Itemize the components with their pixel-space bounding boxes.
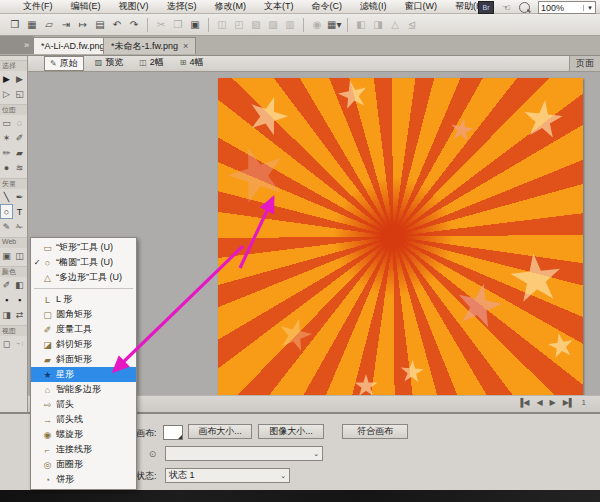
- next-frame-button[interactable]: ▶: [550, 398, 556, 407]
- image-size-button[interactable]: 图像大小...: [258, 424, 324, 439]
- menu-item[interactable]: 文本(T): [255, 0, 303, 13]
- menu-item-doughnut[interactable]: ◎ 面圈形: [31, 457, 136, 472]
- paste-icon[interactable]: ▣: [188, 19, 202, 30]
- zoom-level-select[interactable]: 100% ▼: [538, 1, 596, 14]
- group-icon[interactable]: ◫: [215, 19, 229, 30]
- menu-item-pie[interactable]: ◔ 饼形: [31, 472, 136, 487]
- view-mode-button[interactable]: ▨ 预览: [90, 56, 129, 69]
- crop-tool[interactable]: ◱: [13, 86, 26, 101]
- lasso-tool[interactable]: ◌: [13, 115, 26, 130]
- zoom-magnifier-icon[interactable]: [519, 2, 530, 13]
- menu-item-arrow[interactable]: ⇨ 箭头: [31, 397, 136, 412]
- skew-icon[interactable]: ⊴: [405, 19, 419, 30]
- first-frame-button[interactable]: ▐◀: [518, 398, 530, 407]
- pointer-tool[interactable]: ▶: [0, 71, 13, 86]
- cut-icon[interactable]: ✂: [154, 19, 168, 30]
- menu-item-ellipse-tool[interactable]: ✓ ○ “椭圆”工具 (U): [31, 255, 136, 270]
- open-folder-icon[interactable]: ▱: [42, 19, 56, 30]
- ellipse-tool[interactable]: ○: [0, 204, 13, 219]
- menu-item-star[interactable]: ★ 星形: [31, 367, 136, 382]
- canvas-size-button[interactable]: 画布大小...: [188, 424, 252, 439]
- menu-item[interactable]: 编辑(E): [62, 0, 110, 13]
- scale-icon[interactable]: △: [388, 19, 402, 30]
- export-defaults-select[interactable]: ⌄: [165, 446, 323, 461]
- tab-overflow-chevron[interactable]: »: [0, 36, 33, 54]
- toolbox-section-位图[interactable]: 位图: [0, 104, 27, 115]
- copy-icon[interactable]: ❐: [171, 19, 185, 30]
- menu-item-measure-tool[interactable]: ✐ 度量工具: [31, 322, 136, 337]
- hand-tool[interactable]: ☜: [13, 336, 26, 351]
- menu-item[interactable]: 窗口(W): [396, 0, 447, 13]
- eraser-tool[interactable]: ▰: [13, 145, 26, 160]
- magic-wand-tool[interactable]: ✶: [0, 130, 13, 145]
- arrange-icon[interactable]: ▥: [283, 19, 297, 30]
- line-tool[interactable]: ╲: [0, 189, 13, 204]
- menu-item-l-shape[interactable]: L L 形: [31, 292, 136, 307]
- blur-tool[interactable]: ●: [0, 160, 13, 175]
- redo-icon[interactable]: ↷: [127, 19, 141, 30]
- toolbox-section-选择[interactable]: 选择: [0, 60, 27, 71]
- toolbox-section-颜色[interactable]: 颜色: [0, 266, 27, 277]
- trace-icon[interactable]: ◉: [310, 19, 324, 30]
- menu-item[interactable]: 命令(C): [303, 0, 352, 13]
- pages-panel-tab[interactable]: 页面: [569, 55, 600, 71]
- canvas-document[interactable]: [218, 78, 583, 395]
- export-preview-icon[interactable]: ▦▾: [327, 19, 341, 30]
- fill-color-well[interactable]: ▪: [13, 292, 26, 307]
- send-back-icon[interactable]: ▨: [266, 19, 280, 30]
- eyedropper-tool[interactable]: ✐: [0, 277, 13, 292]
- view-mode-button[interactable]: ⊞ 4幅: [175, 56, 209, 69]
- knife-tool[interactable]: ✁: [13, 219, 26, 234]
- undo-icon[interactable]: ↶: [110, 19, 124, 30]
- import-icon[interactable]: ⇥: [59, 19, 73, 30]
- text-tool[interactable]: T: [13, 204, 26, 219]
- menu-item[interactable]: 视图(V): [110, 0, 158, 13]
- bridge-icon[interactable]: Br: [478, 1, 494, 14]
- bring-front-icon[interactable]: ▧: [249, 19, 263, 30]
- freeform-tool[interactable]: ✎: [0, 219, 13, 234]
- select-behind-tool[interactable]: ▶: [13, 71, 26, 86]
- menu-item-polygon-tool[interactable]: △ “多边形”工具 (U): [31, 270, 136, 285]
- brush-tool[interactable]: ✐: [13, 130, 26, 145]
- align-left-icon[interactable]: ◧: [354, 19, 368, 30]
- toolbox-section-视图[interactable]: 视图: [0, 325, 27, 336]
- menu-item-spiral[interactable]: ◉ 螺旋形: [31, 427, 136, 442]
- document-tab[interactable]: *未命名-1.fw.png ×: [103, 37, 196, 54]
- hand-icon[interactable]: ☜: [502, 2, 511, 13]
- pencil-tool[interactable]: ✏: [0, 145, 13, 160]
- rubber-stamp-tool[interactable]: ≋: [13, 160, 26, 175]
- menu-item-smart-polygon[interactable]: ⌂ 智能多边形: [31, 382, 136, 397]
- menu-item[interactable]: 文件(F): [14, 0, 62, 13]
- menu-item-connector-line[interactable]: ⌐ 连接线形: [31, 442, 136, 457]
- view-mode-button[interactable]: ◫ 2幅: [134, 56, 169, 69]
- toolbox-section-矢量[interactable]: 矢量: [0, 178, 27, 189]
- save-icon[interactable]: ▦: [25, 19, 39, 30]
- screen-mode-button[interactable]: ◻: [0, 336, 13, 351]
- menu-item-rounded-rectangle[interactable]: ▢ 圆角矩形: [31, 307, 136, 322]
- close-icon[interactable]: ×: [183, 41, 188, 51]
- state-select[interactable]: 状态 1 ⌄: [165, 468, 290, 483]
- canvas-color-swatch[interactable]: [163, 425, 183, 440]
- fit-canvas-button[interactable]: 符合画布: [342, 424, 408, 439]
- subselection-tool[interactable]: ▷: [0, 86, 13, 101]
- menu-item[interactable]: 修改(M): [206, 0, 256, 13]
- menu-item-arrow-line[interactable]: → 箭头线: [31, 412, 136, 427]
- pen-tool[interactable]: ✒: [13, 189, 26, 204]
- slice-tool[interactable]: ◫: [13, 248, 26, 263]
- print-icon[interactable]: ▤: [93, 19, 107, 30]
- paint-bucket-tool[interactable]: ◧: [13, 277, 26, 292]
- menu-item-beveled-rectangle[interactable]: ▰ 斜面矩形: [31, 352, 136, 367]
- previous-frame-button[interactable]: ◀: [536, 398, 542, 407]
- default-colors-button[interactable]: ◨: [0, 307, 13, 322]
- hotspot-tool[interactable]: ▣: [0, 248, 13, 263]
- menu-item[interactable]: 滤镜(I): [351, 0, 396, 13]
- view-mode-button[interactable]: ✎ 原始: [44, 56, 84, 71]
- swap-colors-button[interactable]: ⇄: [13, 307, 26, 322]
- toolbox-section-Web[interactable]: Web: [0, 237, 27, 248]
- menu-item[interactable]: 选择(S): [158, 0, 206, 13]
- menu-item-rectangle-tool[interactable]: ▭ “矩形”工具 (U): [31, 240, 136, 255]
- ungroup-icon[interactable]: ◰: [232, 19, 246, 30]
- stroke-color-well[interactable]: ▪: [0, 292, 13, 307]
- menu-item-chamfer-rectangle[interactable]: ◪ 斜切矩形: [31, 337, 136, 352]
- align-right-icon[interactable]: ◨: [371, 19, 385, 30]
